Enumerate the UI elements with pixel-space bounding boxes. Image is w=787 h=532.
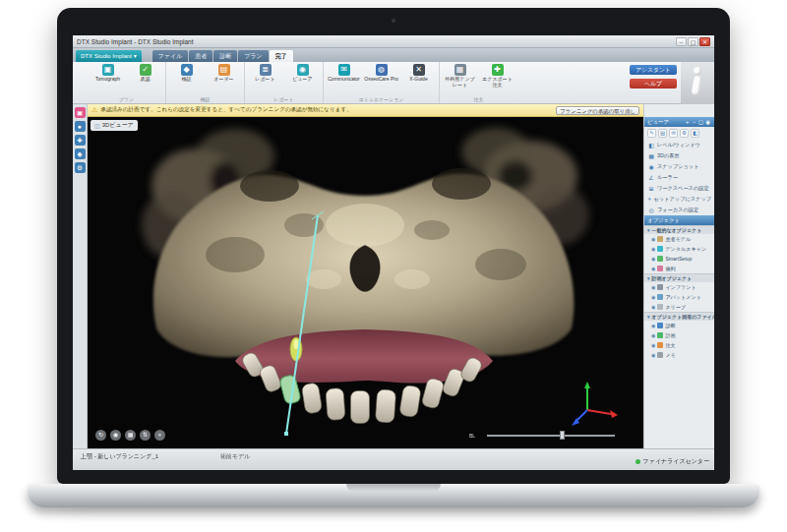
tool-label: セットアップにスナップ: [654, 196, 711, 203]
gear-icon[interactable]: ⚙: [680, 129, 689, 138]
object-sleeve[interactable]: ◉ スリーブ: [644, 302, 714, 312]
tool-snap-setup[interactable]: ⌖ セットアップにスナップ: [644, 194, 714, 205]
file-notes[interactable]: ◉ メモ: [644, 350, 714, 360]
assistant-button[interactable]: アシスタント: [630, 65, 677, 75]
ribbon-tabbar: DTX Studio Implant ▾ ファイル 患者 診断 プラン 完了: [73, 48, 714, 62]
object-implant[interactable]: ◉ インプラント: [644, 282, 714, 292]
tool-3d-display[interactable]: ▦ 3Dの表示: [644, 150, 714, 161]
snapshot-view-icon[interactable]: ◉: [110, 430, 121, 441]
finalize-center-status[interactable]: ファイナライズセンター: [636, 457, 709, 466]
help-button[interactable]: ヘルプ: [630, 79, 677, 89]
scan-icon[interactable]: ●: [75, 121, 86, 132]
export-order-button[interactable]: ✚ エクスポート注文: [480, 64, 515, 88]
object-glyph: [657, 294, 663, 300]
transparency-slider[interactable]: BL: [469, 430, 629, 442]
eye-icon[interactable]: ◉: [651, 256, 655, 262]
tab-patient[interactable]: 患者: [189, 50, 212, 62]
minimize-button[interactable]: –: [676, 37, 687, 46]
section-plan-objects[interactable]: ▾ 計画オブジェクト: [644, 273, 714, 282]
model-icon[interactable]: ◆: [75, 148, 86, 159]
slider-thumb[interactable]: [560, 431, 565, 440]
eye-icon[interactable]: ◉: [651, 352, 655, 358]
approve-button[interactable]: ✓ 承認: [128, 64, 162, 83]
ribbon-group-label: 検証: [169, 95, 241, 102]
snapshot-icon[interactable]: ◉: [704, 119, 711, 125]
report-button[interactable]: ≣ レポート: [248, 64, 282, 83]
tool-workspace-settings[interactable]: ⊞ ワークスペースの設定: [644, 183, 714, 194]
object-smartsetup[interactable]: ◉ SmartSetup: [644, 254, 714, 264]
maximize-button[interactable]: ▢: [688, 37, 698, 46]
verify-button[interactable]: ◆ 検証: [169, 64, 204, 83]
laptop-mockup: DTX Studio Implant - DTX Studio Implant …: [0, 0, 787, 532]
eye-icon[interactable]: ◉: [651, 294, 655, 300]
section-object-files[interactable]: ▾ オブジェクト固有のファイル: [644, 312, 714, 321]
section-general-objects[interactable]: ▾ 一般的なオブジェクト: [644, 225, 714, 234]
report-icon[interactable]: ▤: [658, 129, 667, 138]
object-patient-model[interactable]: ◉ 患者モデル: [644, 234, 714, 244]
panel-header-label: ビューア: [647, 119, 684, 126]
xguide-button[interactable]: ✕ X-Guide: [401, 64, 436, 83]
slider-track[interactable]: [487, 435, 615, 437]
object-dentition[interactable]: ◉ 歯列: [644, 264, 714, 273]
file-diagnosis[interactable]: ◉ 診断: [644, 321, 714, 330]
communicator-button[interactable]: ✉ Communicator: [327, 64, 361, 83]
revoke-approval-button[interactable]: プランニングの承認の取り消し: [556, 106, 639, 115]
add-implant-icon[interactable]: ✚: [75, 135, 86, 146]
zoom-in-icon[interactable]: +: [684, 119, 691, 125]
layout-icon[interactable]: ◧: [691, 129, 699, 138]
edit-icon[interactable]: ✎: [647, 129, 656, 138]
window-title: DTX Studio Implant - DTX Studio Implant: [77, 38, 675, 45]
chevron-down-icon: ▾: [647, 314, 650, 320]
osseocare-button[interactable]: ◍ OsseoCare Pro: [364, 64, 398, 83]
ribbon-group-label: 注文: [443, 95, 515, 102]
zoom-out-icon[interactable]: −: [691, 119, 697, 125]
tool-ruler[interactable]: ∠ ルーラー: [644, 172, 714, 183]
app-menu-label: DTX Studio Implant: [81, 53, 132, 59]
patient-icon[interactable]: ▣: [75, 107, 86, 118]
ribbon-group-plan: ▣ Tomograph ✓ 承認 プラン: [88, 62, 166, 103]
viewer-tab[interactable]: ◫ 3Dビューア: [91, 120, 138, 131]
mail-icon[interactable]: ✉: [669, 129, 678, 138]
skull-3d-render[interactable]: [88, 117, 643, 448]
tab-finalize[interactable]: 完了: [270, 50, 293, 62]
tab-file[interactable]: ファイル: [152, 50, 189, 62]
order-button[interactable]: ▤ オーダー: [207, 64, 241, 83]
viewer-button[interactable]: ◉ ビューア: [285, 64, 320, 83]
tool-focus-settings[interactable]: ◎ フォーカスの設定: [644, 205, 714, 215]
eye-icon[interactable]: ◉: [651, 266, 655, 271]
eye-icon[interactable]: ◉: [651, 304, 655, 310]
tab-plan[interactable]: プラン: [238, 50, 268, 62]
ruler-icon: ∠: [647, 174, 655, 181]
eye-icon[interactable]: ◉: [651, 284, 655, 290]
eye-icon[interactable]: ◉: [651, 323, 655, 328]
fit-view-icon[interactable]: ▢: [697, 119, 704, 125]
eye-icon[interactable]: ◉: [651, 246, 655, 252]
viewer-3d[interactable]: ◫ 3Dビューア ↻ ◉ ▦ ⇅ ⌖ BL: [88, 117, 643, 448]
close-button[interactable]: ✕: [699, 37, 710, 46]
object-abutment[interactable]: ◉ アバットメント: [644, 292, 714, 302]
tomograph-button[interactable]: ▣ Tomograph: [91, 64, 125, 83]
cube-3d-icon: ▦: [647, 152, 655, 159]
order-icon: ▤: [218, 64, 230, 76]
ribbon: ▣ Tomograph ✓ 承認 プラン ◆ 検証: [73, 62, 714, 104]
tool-label: 3Dの表示: [657, 152, 679, 159]
eye-icon[interactable]: ◉: [651, 332, 655, 338]
eye-icon[interactable]: ◉: [651, 236, 655, 242]
app-menu-button[interactable]: DTX Studio Implant ▾: [76, 50, 142, 62]
button-label: 検証: [182, 77, 192, 83]
layout-view-icon[interactable]: ▦: [125, 430, 136, 441]
file-order[interactable]: ◉ 注文: [644, 340, 714, 350]
file-plan[interactable]: ◉ 計画: [644, 330, 714, 340]
surgical-template-button[interactable]: ▦ 外科用テンプレート: [443, 64, 477, 88]
status-planning-name: 上顎 - 新しいプランニング_1: [81, 452, 158, 461]
object-dental-scan[interactable]: ◉ デンタルスキャン: [644, 244, 714, 254]
tool-snapshot[interactable]: ◉ スナップショット: [644, 161, 714, 172]
settings-icon[interactable]: ⚙: [75, 162, 86, 173]
pan-view-icon[interactable]: ⇅: [140, 430, 151, 441]
rotate-view-icon[interactable]: ↻: [95, 430, 106, 441]
tab-diagnose[interactable]: 診断: [213, 50, 237, 62]
focus-view-icon[interactable]: ⌖: [154, 430, 165, 441]
window-titlebar[interactable]: DTX Studio Implant - DTX Studio Implant …: [73, 35, 714, 48]
tool-level-window[interactable]: ◧ レベル/ウィンドウ: [644, 140, 714, 150]
eye-icon[interactable]: ◉: [651, 342, 655, 348]
